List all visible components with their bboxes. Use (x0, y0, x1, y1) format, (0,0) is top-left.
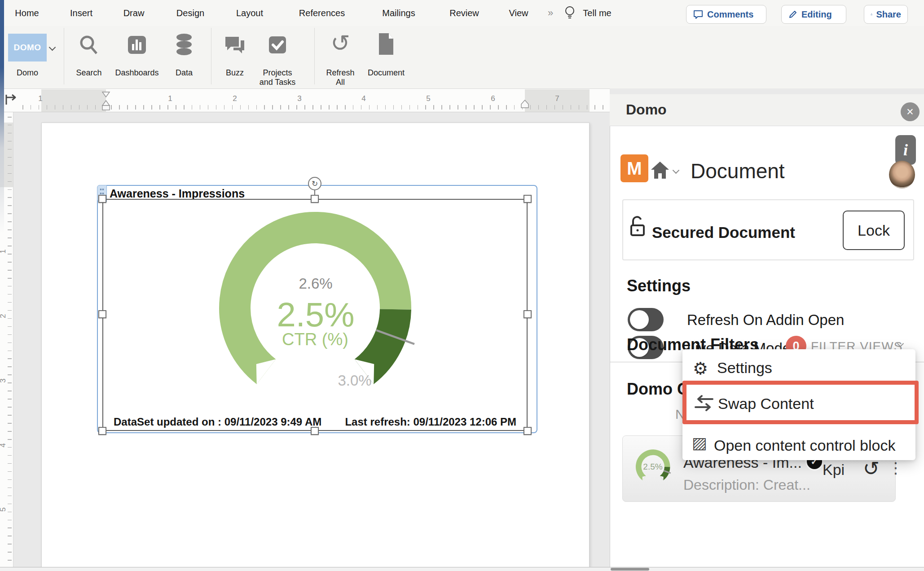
projects-tasks-icon[interactable] (267, 34, 288, 56)
editing-button[interactable]: Editing (781, 5, 846, 24)
close-glyph: × (906, 106, 914, 118)
ruler-number: 4 (361, 94, 365, 103)
resize-handle-nw[interactable] (98, 195, 106, 203)
refresh-on-addin-open-toggle[interactable] (628, 308, 664, 331)
comment-icon (693, 9, 704, 20)
comments-button[interactable]: Comments (686, 5, 766, 24)
window-edge (0, 0, 4, 314)
buzz-icon[interactable] (224, 34, 246, 56)
settings-heading: Settings (627, 277, 691, 295)
ribbon: DOMO Domo Search Dashboards Data Buzz (0, 26, 924, 88)
lock-button[interactable]: Lock (843, 211, 905, 250)
avatar[interactable] (889, 161, 915, 189)
ruler-number: 3 (297, 94, 301, 103)
ruler-number: 1 (168, 94, 172, 103)
scrollbar-thumb[interactable] (611, 568, 649, 571)
domo-button-label: Domo (17, 68, 38, 78)
projects-tasks-label[interactable]: Projects and Tasks (260, 68, 296, 87)
share-button[interactable]: Share (864, 5, 908, 24)
menu-design[interactable]: Design (176, 0, 204, 26)
info-icon[interactable]: i (895, 135, 916, 165)
resize-handle-n[interactable] (311, 195, 319, 203)
resize-handle-sw[interactable] (98, 427, 106, 435)
resize-handle-ne[interactable] (524, 195, 532, 203)
document-button-label[interactable]: Document (368, 68, 405, 78)
rotation-handle[interactable]: ↻ (308, 177, 321, 190)
comments-label: Comments (707, 9, 753, 20)
content-control-block-icon: ▨ (692, 434, 707, 452)
domo-logo: DOMO (13, 43, 41, 53)
refresh-all-icon[interactable]: ↺ (330, 30, 350, 57)
refresh-icon[interactable]: ↺ (863, 457, 880, 480)
menu-view[interactable]: View (509, 0, 528, 26)
menu-review[interactable]: Review (449, 0, 479, 26)
ruler-ticks (8, 117, 12, 566)
lightbulb-icon (564, 5, 576, 21)
ruler-number: 3 (0, 378, 8, 382)
indent-marker-right[interactable] (520, 99, 530, 109)
lock-button-label: Lock (858, 222, 890, 239)
content-control-title: Awareness - Impressions (110, 187, 245, 200)
ruler-number: 4 (0, 443, 8, 447)
resize-handle-s[interactable] (311, 427, 319, 435)
ruler-number: 7 (555, 94, 559, 103)
data-icon[interactable] (174, 33, 194, 57)
ribbon-separator (64, 28, 64, 84)
editing-label: Editing (801, 9, 832, 20)
menu-draw[interactable]: Draw (123, 0, 145, 26)
document-icon[interactable] (377, 32, 395, 56)
menu-mailings[interactable]: Mailings (382, 0, 415, 26)
menu-overflow-icon[interactable]: » (548, 0, 553, 26)
selection-frame[interactable] (102, 199, 528, 431)
ruler-number: 1 (38, 94, 42, 103)
ribbon-separator (314, 28, 315, 84)
tab-selector-icon[interactable] (3, 91, 18, 109)
menu-bar: Home Insert Draw Design Layout Reference… (0, 0, 924, 26)
ruler-number: 6 (491, 94, 495, 103)
refresh-all-label[interactable]: Refresh All (326, 68, 354, 87)
menu-insert[interactable]: Insert (70, 0, 92, 26)
close-icon[interactable]: × (901, 102, 920, 121)
menu-references[interactable]: References (299, 0, 345, 26)
resize-handle-w[interactable] (98, 310, 106, 318)
ribbon-separator (211, 28, 211, 84)
gear-icon: ⚙ (693, 359, 708, 378)
dashboards-icon[interactable] (126, 34, 148, 56)
search-icon[interactable] (78, 34, 100, 56)
chevron-down-icon[interactable] (49, 44, 56, 51)
secured-document-label: Secured Document (652, 224, 795, 242)
resize-handle-e[interactable] (524, 310, 532, 318)
kebab-menu-icon[interactable]: ⋮ (888, 459, 903, 477)
data-label[interactable]: Data (176, 68, 193, 78)
card-description: Description: Creat... (683, 477, 810, 493)
share-icon (871, 9, 872, 20)
info-glyph: i (903, 141, 908, 159)
search-label[interactable]: Search (76, 68, 101, 78)
pane-page-heading: Document (691, 159, 785, 183)
status-bar (0, 567, 924, 571)
horizontal-ruler: 1 1 2 3 4 5 6 7 (0, 88, 610, 112)
buzz-label[interactable]: Buzz (226, 68, 244, 78)
card-gauge-value: 2.5% (643, 462, 662, 472)
menu-item-open-content-control-block[interactable]: Open content control block (714, 437, 895, 454)
home-icon[interactable] (650, 160, 670, 180)
indent-marker-left[interactable] (101, 91, 111, 112)
dashboards-label[interactable]: Dashboards (115, 68, 158, 78)
domo-content-heading: Domo C (627, 380, 689, 399)
task-pane-title: Domo (626, 101, 667, 118)
menu-tell-me[interactable]: Tell me (583, 0, 611, 26)
ruler-number: 5 (0, 507, 8, 511)
ruler-number: 2 (0, 314, 8, 318)
ruler-number: 5 (426, 94, 430, 103)
menu-home[interactable]: Home (15, 0, 39, 26)
word-window: Home Insert Draw Design Layout Reference… (0, 0, 924, 571)
ruler-number: 2 (233, 94, 237, 103)
pencil-icon (788, 9, 798, 19)
domo-addin-button[interactable]: DOMO (8, 34, 47, 61)
menu-item-settings[interactable]: Settings (717, 359, 772, 377)
resize-handle-se[interactable] (524, 427, 532, 435)
workspace-logo[interactable]: M (620, 154, 648, 182)
share-label: Share (876, 9, 901, 20)
menu-layout[interactable]: Layout (236, 0, 263, 26)
card-type-label: Kpi (823, 461, 845, 479)
